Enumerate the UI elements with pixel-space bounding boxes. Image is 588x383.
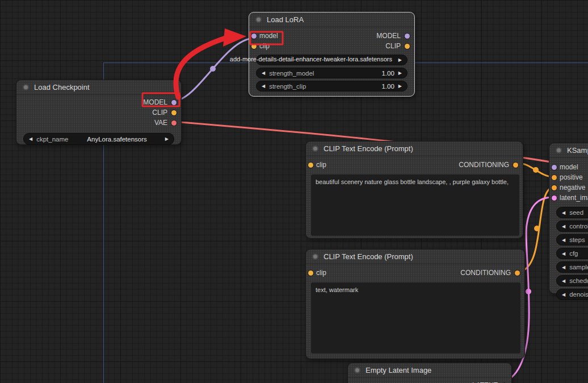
conditioning-slot-dot[interactable] — [552, 175, 557, 180]
widget-label: control_after_generate — [569, 223, 588, 230]
node-status-dot — [255, 16, 262, 23]
clip-slot-dot[interactable] — [308, 163, 313, 168]
slot-label: latent_image — [560, 194, 588, 202]
prompt-textarea[interactable]: beautiful scenery nature glass bottle la… — [311, 174, 519, 236]
decrement-arrow-icon[interactable] — [562, 263, 565, 272]
control-after-generate-widget[interactable]: control_after_generate — [556, 220, 588, 232]
output-slot-vae: VAE — [16, 118, 181, 128]
input-slot-positive: positive — [549, 172, 588, 182]
model-slot-dot[interactable] — [552, 165, 557, 170]
input-slot-model: model MODEL — [249, 31, 414, 41]
widget-label: scheduler — [569, 277, 588, 284]
widget-label: strength_model — [269, 70, 314, 77]
node-title: Load Checkpoint — [34, 83, 90, 91]
slot-label: CONDITIONING — [459, 160, 509, 170]
node-status-dot — [312, 145, 318, 152]
denoise-widget[interactable]: denoise — [556, 289, 588, 300]
clip-slot-dot[interactable] — [308, 270, 313, 276]
node-empty-latent-image[interactable]: Empty Latent Image LATENT — [347, 363, 512, 383]
widget-value: AnyLora.safetensors — [87, 136, 146, 143]
decrement-arrow-icon[interactable] — [562, 222, 565, 231]
latent-slot-dot[interactable] — [552, 195, 557, 201]
node-clip-text-encode-positive[interactable]: CLIP Text Encode (Prompt) clip CONDITION… — [305, 141, 523, 239]
widget-label: cfg — [569, 250, 578, 257]
node-load-lora[interactable]: Load LoRA model MODEL clip CLIP add-more… — [249, 12, 415, 97]
input-slot-latent-image: latent_image — [549, 193, 588, 203]
decrement-arrow-icon[interactable] — [29, 134, 32, 144]
conditioning-slot-dot[interactable] — [552, 185, 557, 190]
clip-slot-dot[interactable] — [405, 44, 410, 49]
node-ksampler[interactable]: KSampler model positive negative latent_… — [549, 143, 588, 294]
slot-label: clip — [316, 161, 326, 169]
widget-label: denoise — [569, 291, 588, 298]
strength-clip-widget[interactable]: strength_clip 1.00 — [256, 81, 408, 91]
ckpt-name-widget[interactable]: ckpt_name AnyLora.safetensors — [23, 133, 174, 145]
sampler-name-widget[interactable]: sampler_name — [556, 261, 588, 273]
widget-label: strength_clip — [269, 83, 306, 90]
node-status-dot — [354, 367, 360, 373]
node-load-checkpoint[interactable]: Load Checkpoint MODEL CLIP VAE ckpt_name… — [16, 80, 182, 145]
input-slot-negative: negative — [549, 182, 588, 193]
slot-label: CLIP — [152, 109, 167, 116]
cfg-widget[interactable]: cfg — [556, 248, 588, 259]
slot-label: MODEL — [376, 31, 401, 41]
output-slot-clip: CLIP — [16, 107, 181, 118]
input-slot-clip: clip CONDITIONING — [306, 268, 524, 278]
widget-label: ckpt_name — [36, 136, 68, 143]
decrement-arrow-icon[interactable] — [562, 249, 565, 259]
slot-label: positive — [560, 173, 583, 181]
slot-label: CONDITIONING — [460, 268, 511, 278]
slot-label: MODEL — [143, 98, 167, 106]
input-slot-clip: clip CLIP — [249, 41, 414, 51]
seed-widget[interactable]: seed — [556, 207, 588, 218]
node-status-dot — [312, 253, 318, 260]
node-status-dot — [556, 147, 562, 153]
node-title: CLIP Text Encode (Prompt) — [324, 144, 413, 153]
node-clip-text-encode-negative[interactable]: CLIP Text Encode (Prompt) clip CONDITION… — [305, 249, 525, 359]
increment-arrow-icon[interactable] — [398, 55, 402, 65]
output-slot-model: MODEL — [16, 97, 181, 107]
slot-label: CLIP — [385, 41, 401, 51]
graph-canvas[interactable]: { "canvas": { "bg_color": "#232323", "gr… — [0, 0, 588, 383]
prompt-textarea[interactable]: text, watermark — [311, 282, 520, 353]
widget-value: add-more-details-detail-enhancer-tweaker… — [230, 56, 392, 63]
decrement-arrow-icon[interactable] — [562, 290, 565, 299]
decrement-arrow-icon[interactable] — [562, 235, 565, 245]
increment-arrow-icon[interactable] — [398, 81, 402, 91]
widget-label: steps — [569, 236, 585, 243]
node-title: Load LoRA — [267, 15, 304, 24]
model-slot-dot[interactable] — [251, 34, 257, 39]
conditioning-slot-dot[interactable] — [515, 270, 520, 276]
increment-arrow-icon[interactable] — [398, 68, 402, 78]
slot-label: VAE — [154, 119, 167, 127]
strength-model-widget[interactable]: strength_model 1.00 — [256, 68, 408, 78]
slot-label: model — [259, 32, 278, 40]
clip-slot-dot[interactable] — [251, 44, 257, 49]
widget-label: sampler_name — [569, 264, 588, 270]
widget-label: seed — [569, 209, 583, 216]
node-status-dot — [23, 84, 29, 90]
widget-value: 1.00 — [381, 83, 394, 90]
clip-slot-dot[interactable] — [171, 110, 177, 115]
increment-arrow-icon[interactable] — [165, 134, 169, 144]
steps-widget[interactable]: steps — [556, 234, 588, 245]
decrement-arrow-icon[interactable] — [262, 81, 265, 91]
node-title: CLIP Text Encode (Prompt) — [324, 252, 413, 261]
decrement-arrow-icon[interactable] — [562, 276, 565, 286]
input-slot-model: model — [549, 162, 588, 172]
node-title: Empty Latent Image — [366, 366, 431, 374]
conditioning-slot-dot[interactable] — [513, 163, 518, 168]
slot-label: model — [560, 163, 578, 171]
widget-value: 1.00 — [381, 70, 394, 77]
decrement-arrow-icon[interactable] — [262, 68, 265, 78]
input-slot-clip: clip CONDITIONING — [306, 160, 523, 170]
scheduler-widget[interactable]: scheduler — [556, 275, 588, 286]
model-slot-dot[interactable] — [171, 100, 177, 105]
decrement-arrow-icon[interactable] — [562, 208, 565, 218]
node-title: KSampler — [567, 146, 588, 155]
vae-slot-dot[interactable] — [171, 120, 177, 126]
model-slot-dot[interactable] — [405, 34, 410, 39]
lora-name-widget[interactable]: add-more-details-detail-enhancer-tweaker… — [256, 55, 408, 65]
slot-label: clip — [316, 269, 326, 277]
output-slot-latent: LATENT — [348, 380, 511, 383]
